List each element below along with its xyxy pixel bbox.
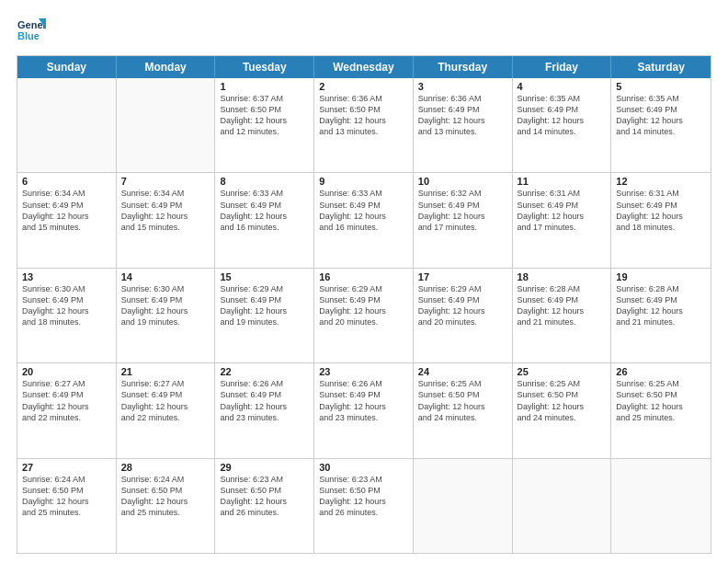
calendar-cell: 16Sunrise: 6:29 AMSunset: 6:49 PMDayligh… xyxy=(314,269,414,362)
cell-info-line: and 26 minutes. xyxy=(220,507,309,518)
cell-info-line: Daylight: 12 hours xyxy=(121,496,210,507)
cell-info-line: Sunrise: 6:25 AM xyxy=(518,378,607,389)
cell-info-line: Daylight: 12 hours xyxy=(121,305,210,316)
cell-info-line: Sunset: 6:50 PM xyxy=(418,389,507,400)
calendar-cell: 17Sunrise: 6:29 AMSunset: 6:49 PMDayligh… xyxy=(414,269,513,362)
cell-info-line: Sunrise: 6:26 AM xyxy=(319,378,408,389)
day-of-week-header: Wednesday xyxy=(314,56,414,78)
cell-info-line: Daylight: 12 hours xyxy=(220,496,309,507)
cell-info-line: Sunrise: 6:36 AM xyxy=(418,93,507,104)
calendar-cell xyxy=(117,78,216,172)
cell-info-line: Sunrise: 6:27 AM xyxy=(22,378,111,389)
calendar-cell: 11Sunrise: 6:31 AMSunset: 6:49 PMDayligh… xyxy=(513,173,612,267)
cell-info-line: and 20 minutes. xyxy=(319,316,408,327)
cell-info-line: and 21 minutes. xyxy=(616,316,706,327)
cell-info-line: and 20 minutes. xyxy=(418,316,507,327)
day-number: 23 xyxy=(319,366,408,377)
day-number: 2 xyxy=(319,81,408,92)
cell-info-line: and 24 minutes. xyxy=(418,412,507,423)
calendar-cell: 29Sunrise: 6:23 AMSunset: 6:50 PMDayligh… xyxy=(215,459,314,553)
cell-info-line: and 19 minutes. xyxy=(220,316,309,327)
cell-info-line: Sunrise: 6:34 AM xyxy=(121,188,210,199)
day-of-week-header: Thursday xyxy=(414,56,513,78)
calendar-cell: 18Sunrise: 6:28 AMSunset: 6:49 PMDayligh… xyxy=(513,269,612,362)
day-number: 21 xyxy=(121,366,210,377)
cell-info-line: and 23 minutes. xyxy=(319,412,408,423)
cell-info-line: and 14 minutes. xyxy=(616,126,706,137)
cell-info-line: Sunset: 6:49 PM xyxy=(22,294,111,305)
cell-info-line: Daylight: 12 hours xyxy=(220,211,309,222)
cell-info-line: Sunrise: 6:37 AM xyxy=(220,93,309,104)
calendar-cell xyxy=(17,78,117,172)
cell-info-line: Sunrise: 6:23 AM xyxy=(319,474,408,485)
day-of-week-header: Sunday xyxy=(17,56,117,78)
cell-info-line: and 19 minutes. xyxy=(121,316,210,327)
cell-info-line: Sunrise: 6:30 AM xyxy=(22,283,111,294)
cell-info-line: and 15 minutes. xyxy=(22,222,111,233)
cell-info-line: Sunset: 6:49 PM xyxy=(121,294,210,305)
calendar-cell: 30Sunrise: 6:23 AMSunset: 6:50 PMDayligh… xyxy=(314,459,414,553)
cell-info-line: Sunset: 6:50 PM xyxy=(22,485,111,496)
cell-info-line: Sunset: 6:49 PM xyxy=(616,104,706,115)
cell-info-line: and 12 minutes. xyxy=(220,126,309,137)
day-number: 13 xyxy=(22,271,111,282)
page: General Blue SundayMondayTuesdayWednesda… xyxy=(0,0,728,563)
calendar-header: SundayMondayTuesdayWednesdayThursdayFrid… xyxy=(17,56,711,78)
calendar-cell: 2Sunrise: 6:36 AMSunset: 6:50 PMDaylight… xyxy=(314,78,414,172)
calendar-cell: 15Sunrise: 6:29 AMSunset: 6:49 PMDayligh… xyxy=(215,269,314,362)
calendar-cell: 25Sunrise: 6:25 AMSunset: 6:50 PMDayligh… xyxy=(513,363,612,457)
cell-info-line: and 24 minutes. xyxy=(518,412,607,423)
cell-info-line: Sunset: 6:49 PM xyxy=(121,200,210,211)
calendar-cell xyxy=(611,459,711,553)
cell-info-line: and 21 minutes. xyxy=(518,316,607,327)
cell-info-line: and 25 minutes. xyxy=(22,507,111,518)
cell-info-line: Sunrise: 6:29 AM xyxy=(220,283,309,294)
calendar-cell: 9Sunrise: 6:33 AMSunset: 6:49 PMDaylight… xyxy=(314,173,414,267)
cell-info-line: Sunset: 6:49 PM xyxy=(518,200,607,211)
cell-info-line: Sunset: 6:49 PM xyxy=(121,389,210,400)
cell-info-line: Sunrise: 6:25 AM xyxy=(418,378,507,389)
day-number: 7 xyxy=(121,176,210,187)
calendar-cell: 20Sunrise: 6:27 AMSunset: 6:49 PMDayligh… xyxy=(17,363,117,457)
cell-info-line: Sunrise: 6:31 AM xyxy=(518,188,607,199)
calendar-cell: 6Sunrise: 6:34 AMSunset: 6:49 PMDaylight… xyxy=(17,173,117,267)
cell-info-line: and 25 minutes. xyxy=(121,507,210,518)
calendar-cell: 28Sunrise: 6:24 AMSunset: 6:50 PMDayligh… xyxy=(117,459,216,553)
calendar-body: 1Sunrise: 6:37 AMSunset: 6:50 PMDaylight… xyxy=(17,78,711,553)
cell-info-line: and 13 minutes. xyxy=(418,126,507,137)
day-number: 9 xyxy=(319,176,408,187)
cell-info-line: Daylight: 12 hours xyxy=(616,401,706,412)
calendar-cell: 10Sunrise: 6:32 AMSunset: 6:49 PMDayligh… xyxy=(414,173,513,267)
day-number: 5 xyxy=(616,81,706,92)
cell-info-line: Sunset: 6:49 PM xyxy=(220,200,309,211)
cell-info-line: and 17 minutes. xyxy=(518,222,607,233)
cell-info-line: Sunset: 6:50 PM xyxy=(220,485,309,496)
cell-info-line: Daylight: 12 hours xyxy=(616,115,706,126)
cell-info-line: Daylight: 12 hours xyxy=(22,305,111,316)
day-number: 14 xyxy=(121,271,210,282)
day-number: 24 xyxy=(418,366,507,377)
cell-info-line: Daylight: 12 hours xyxy=(616,211,706,222)
cell-info-line: and 14 minutes. xyxy=(518,126,607,137)
cell-info-line: Sunset: 6:50 PM xyxy=(121,485,210,496)
day-number: 16 xyxy=(319,271,408,282)
cell-info-line: and 26 minutes. xyxy=(319,507,408,518)
calendar-row: 1Sunrise: 6:37 AMSunset: 6:50 PMDaylight… xyxy=(17,78,711,173)
calendar-cell: 19Sunrise: 6:28 AMSunset: 6:49 PMDayligh… xyxy=(611,269,711,362)
calendar-cell: 26Sunrise: 6:25 AMSunset: 6:50 PMDayligh… xyxy=(611,363,711,457)
cell-info-line: Sunset: 6:49 PM xyxy=(319,200,408,211)
cell-info-line: Sunset: 6:50 PM xyxy=(319,485,408,496)
cell-info-line: and 16 minutes. xyxy=(220,222,309,233)
calendar-cell: 27Sunrise: 6:24 AMSunset: 6:50 PMDayligh… xyxy=(17,459,117,553)
cell-info-line: Sunrise: 6:34 AM xyxy=(22,188,111,199)
cell-info-line: Sunrise: 6:27 AM xyxy=(121,378,210,389)
cell-info-line: and 18 minutes. xyxy=(22,316,111,327)
day-number: 30 xyxy=(319,462,408,473)
calendar-cell: 4Sunrise: 6:35 AMSunset: 6:49 PMDaylight… xyxy=(513,78,612,172)
calendar-cell: 3Sunrise: 6:36 AMSunset: 6:49 PMDaylight… xyxy=(414,78,513,172)
cell-info-line: Daylight: 12 hours xyxy=(319,401,408,412)
calendar-cell: 21Sunrise: 6:27 AMSunset: 6:49 PMDayligh… xyxy=(117,363,216,457)
svg-text:Blue: Blue xyxy=(17,30,40,41)
day-of-week-header: Monday xyxy=(117,56,216,78)
day-number: 1 xyxy=(220,81,309,92)
